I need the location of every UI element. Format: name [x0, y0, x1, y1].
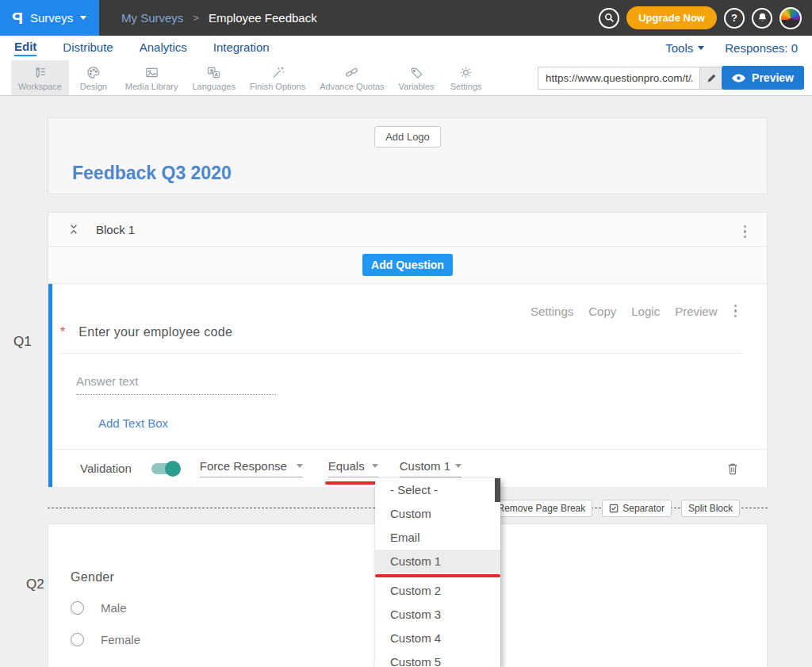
dropdown-option-custom-5[interactable]: Custom 5 — [375, 650, 500, 667]
dropdown-option-email[interactable]: Email — [375, 526, 500, 550]
toolbar-item-languages[interactable]: Languages — [185, 60, 242, 95]
survey-url-input[interactable] — [538, 67, 699, 90]
preview-button[interactable]: Preview — [722, 66, 804, 90]
help-button[interactable]: ? — [724, 8, 745, 29]
validation-toggle[interactable] — [151, 463, 178, 474]
toolbar-item-settings[interactable]: Settings — [442, 60, 491, 95]
chevron-down-icon — [297, 464, 303, 468]
breadcrumb: My Surveys > Employee Feedback — [121, 11, 317, 25]
radio-button[interactable] — [71, 601, 84, 615]
dropdown-scrollbar-thumb[interactable] — [495, 478, 500, 502]
tab-distribute[interactable]: Distribute — [63, 40, 113, 56]
required-asterisk: * — [60, 325, 65, 339]
validation-type-value: Force Response — [200, 459, 287, 473]
breadcrumb-current-survey: Employee Feedback — [209, 11, 317, 25]
dropdown-option-custom[interactable]: Custom — [375, 502, 500, 526]
annotation-underline — [325, 481, 381, 485]
trash-icon — [727, 462, 738, 475]
validation-label: Validation — [80, 462, 132, 475]
delete-validation-button[interactable] — [727, 462, 738, 475]
survey-title[interactable]: Feedback Q3 2020 — [72, 163, 232, 184]
wand-icon — [270, 65, 285, 80]
dropdown-option-select[interactable]: - Select - — [375, 478, 500, 502]
page-break-buttons: Remove Page Break Separator Split Block — [477, 500, 740, 517]
toolbar-item-advance-quotas[interactable]: Advance Quotas — [312, 60, 391, 95]
responses-count: Responses: 0 — [725, 41, 798, 55]
bell-icon — [757, 13, 768, 23]
add-text-box-link[interactable]: Add Text Box — [98, 416, 168, 430]
answer-text-field[interactable]: Answer text — [76, 374, 276, 395]
search-button[interactable] — [599, 8, 619, 29]
remove-page-break-label: Remove Page Break — [498, 503, 586, 514]
upgrade-now-button[interactable]: Upgrade Now — [626, 6, 717, 29]
radio-button[interactable] — [71, 633, 84, 646]
toolbar-item-variables[interactable]: Variables — [392, 60, 442, 95]
notifications-button[interactable] — [752, 8, 772, 29]
toolbar-item-label: Design — [80, 82, 107, 91]
chevron-down-icon — [80, 16, 86, 20]
toolbar-item-label: Languages — [192, 82, 235, 91]
block-header: Block 1 — [48, 213, 767, 247]
question-preview-link[interactable]: Preview — [675, 305, 717, 318]
edit-url-button[interactable] — [699, 67, 723, 90]
workspace-icon — [33, 65, 48, 80]
question-settings-link[interactable]: Settings — [530, 305, 573, 318]
user-avatar[interactable] — [779, 7, 802, 29]
tab-analytics[interactable]: Analytics — [140, 40, 187, 56]
toolbar-item-label: Finish Options — [250, 82, 305, 91]
toolbar-item-workspace[interactable]: Workspace — [11, 60, 69, 95]
validation-pattern-dropdown: - Select - Custom Email Custom 1 Custom … — [375, 478, 500, 667]
separator-label: Separator — [622, 503, 665, 514]
brand-menu[interactable]: P Surveys — [0, 0, 99, 36]
product-switcher-label: Surveys — [30, 11, 73, 25]
dropdown-option-custom-4[interactable]: Custom 4 — [375, 627, 500, 650]
search-icon — [604, 13, 615, 23]
top-navbar: P Surveys My Surveys > Employee Feedback… — [0, 0, 812, 36]
add-logo-button[interactable]: Add Logo — [374, 126, 441, 148]
toolbar-item-finish-options[interactable]: Finish Options — [243, 60, 312, 95]
add-question-button[interactable]: Add Question — [362, 254, 453, 276]
toolbar-item-design[interactable]: Design — [69, 60, 118, 95]
preview-label: Preview — [752, 71, 794, 84]
answer-option-female[interactable]: Female — [71, 633, 140, 646]
question-card-q1: Settings Copy Logic Preview * Enter your… — [48, 284, 767, 487]
tag-icon — [409, 65, 424, 80]
answer-option-male[interactable]: Male — [71, 601, 127, 615]
question-text[interactable]: Enter your employee code — [79, 325, 232, 339]
dropdown-option-custom-2[interactable]: Custom 2 — [375, 579, 500, 603]
block-menu-kebab[interactable] — [742, 222, 749, 241]
split-block-button[interactable]: Split Block — [681, 500, 740, 517]
validation-operator-select[interactable]: Equals — [328, 459, 378, 477]
validation-operator-value: Equals — [328, 459, 365, 473]
survey-editor-canvas: Add Logo Feedback Q3 2020 Block 1 Add Qu… — [0, 96, 812, 667]
collapse-block-icon[interactable] — [69, 224, 79, 235]
split-block-label: Split Block — [688, 503, 733, 514]
nav-right: Tools Responses: 0 — [665, 41, 798, 55]
answer-option-label: Female — [101, 633, 140, 646]
question-actions: Settings Copy Logic Preview — [530, 301, 738, 320]
question-text[interactable]: Gender — [71, 570, 114, 585]
edit-toolbar: Workspace Design Media Library Languages… — [0, 60, 812, 96]
dropdown-option-custom-1[interactable]: Custom 1 — [375, 550, 500, 573]
validation-type-select[interactable]: Force Response — [200, 459, 303, 477]
add-question-row: Add Question — [48, 247, 767, 284]
question-menu-kebab[interactable] — [733, 301, 739, 320]
pencil-icon — [707, 73, 717, 83]
question-logic-link[interactable]: Logic — [631, 305, 660, 318]
question-copy-link[interactable]: Copy — [588, 305, 616, 318]
tab-edit[interactable]: Edit — [14, 40, 36, 56]
annotation-underline — [375, 574, 500, 577]
tab-integration[interactable]: Integration — [213, 40, 270, 56]
toolbar-item-media-library[interactable]: Media Library — [118, 60, 186, 95]
dropdown-option-custom-3[interactable]: Custom 3 — [375, 603, 500, 627]
questionpro-logo: P — [12, 9, 23, 28]
validation-pattern-select[interactable]: Custom 1 — [400, 459, 462, 477]
tools-menu[interactable]: Tools — [665, 41, 704, 55]
toolbar-item-label: Variables — [399, 82, 435, 91]
breadcrumb-my-surveys[interactable]: My Surveys — [121, 11, 183, 25]
separator-button[interactable]: Separator — [602, 500, 672, 517]
image-icon — [144, 65, 159, 80]
eye-icon — [732, 74, 745, 82]
survey-nav: Edit Distribute Analytics Integration To… — [0, 36, 812, 60]
toolbar-item-label: Settings — [450, 82, 482, 91]
